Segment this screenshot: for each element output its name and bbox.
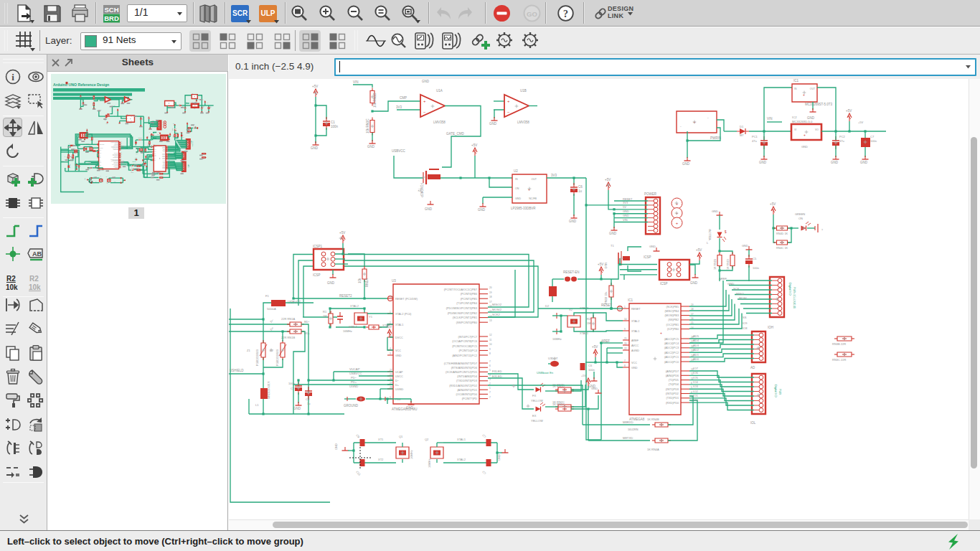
svg-text:10k: 10k	[29, 283, 41, 291]
svg-text:SCH: SCH	[104, 6, 118, 14]
svg-text:Arduino: Arduino	[53, 83, 67, 87]
svg-text:10k: 10k	[6, 283, 18, 291]
svg-text:AB: AB	[32, 250, 42, 258]
svg-text:R2: R2	[29, 275, 39, 283]
svg-text:UNO Reference Design: UNO Reference Design	[69, 83, 110, 87]
svg-text:GO: GO	[527, 10, 537, 18]
svg-text:i: i	[11, 72, 14, 83]
svg-text:R2: R2	[6, 275, 16, 283]
svg-text:BRD: BRD	[104, 14, 119, 22]
svg-text:?: ?	[563, 9, 568, 19]
